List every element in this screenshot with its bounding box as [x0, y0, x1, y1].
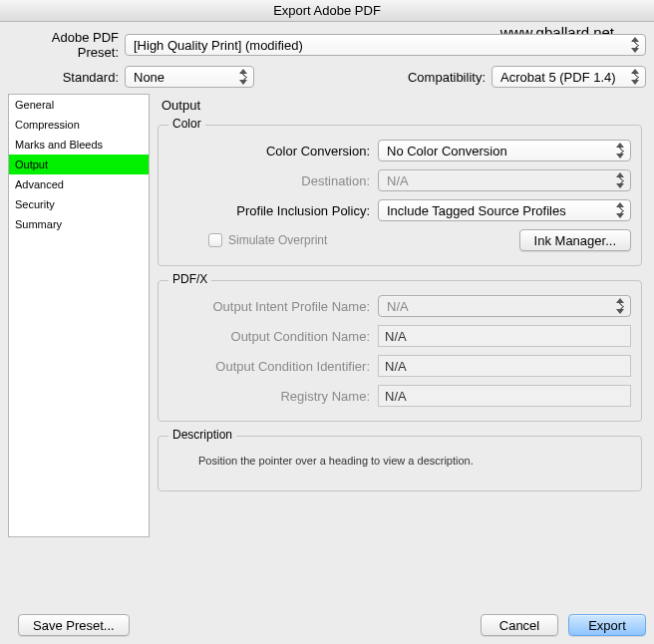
- simulate-overprint-checkbox: Simulate Overprint: [208, 233, 327, 247]
- cancel-label: Cancel: [499, 618, 539, 633]
- save-preset-label: Save Preset...: [33, 618, 115, 633]
- output-condition-id-label: Output Condition Identifier:: [168, 359, 378, 374]
- destination-label: Destination:: [168, 173, 378, 188]
- pdfx-legend: PDF/X: [168, 272, 211, 286]
- destination-select: N/A: [378, 169, 631, 191]
- preset-select[interactable]: [High Quality Print] (modified): [125, 34, 646, 56]
- stepper-icon: [614, 298, 626, 314]
- sidebar-item-output[interactable]: Output: [9, 155, 149, 174]
- color-conversion-value: No Color Conversion: [387, 144, 507, 159]
- output-intent-value: N/A: [387, 299, 409, 314]
- sidebar-item-summary[interactable]: Summary: [9, 214, 149, 234]
- sidebar-item-label: Output: [15, 159, 48, 170]
- compatibility-label: Compatibility:: [408, 70, 491, 85]
- stepper-icon: [614, 172, 626, 188]
- output-condition-name-value: N/A: [385, 329, 407, 344]
- registry-name-value: N/A: [385, 389, 407, 404]
- color-conversion-label: Color Conversion:: [168, 144, 378, 159]
- simulate-overprint-label: Simulate Overprint: [228, 233, 327, 247]
- cancel-button[interactable]: Cancel: [481, 614, 558, 636]
- stepper-icon: [614, 202, 626, 218]
- sidebar-item-label: Security: [15, 198, 55, 210]
- profile-inclusion-label: Profile Inclusion Policy:: [168, 203, 378, 218]
- sidebar-item-label: General: [15, 99, 54, 111]
- color-conversion-select[interactable]: No Color Conversion: [378, 140, 631, 161]
- description-legend: Description: [168, 428, 236, 442]
- checkbox-icon: [208, 233, 222, 247]
- compatibility-select[interactable]: Acrobat 5 (PDF 1.4): [491, 66, 646, 88]
- sidebar-item-label: Advanced: [15, 178, 64, 190]
- destination-value: N/A: [387, 173, 409, 188]
- standard-value: None: [134, 70, 164, 85]
- category-sidebar: General Compression Marks and Bleeds Out…: [8, 94, 150, 537]
- sidebar-item-marks-bleeds[interactable]: Marks and Bleeds: [9, 135, 149, 155]
- dialog-footer: Save Preset... Cancel Export: [8, 614, 646, 636]
- standard-select[interactable]: None: [125, 66, 254, 88]
- output-intent-select: N/A: [378, 295, 631, 317]
- output-intent-label: Output Intent Profile Name:: [168, 299, 378, 314]
- sidebar-item-label: Marks and Bleeds: [15, 139, 103, 151]
- registry-name-field: N/A: [378, 385, 631, 407]
- stepper-icon: [614, 143, 626, 159]
- description-text: Position the pointer over a heading to v…: [168, 451, 631, 484]
- standard-label: Standard:: [8, 70, 125, 85]
- stepper-icon: [237, 69, 249, 85]
- title-bar: Export Adobe PDF: [0, 0, 654, 22]
- preset-value: [High Quality Print] (modified): [134, 38, 303, 53]
- pdfx-fieldset: PDF/X Output Intent Profile Name: N/A Ou…: [158, 280, 642, 422]
- profile-inclusion-select[interactable]: Include Tagged Source Profiles: [378, 199, 631, 221]
- sidebar-item-security[interactable]: Security: [9, 194, 149, 214]
- output-condition-name-field: N/A: [378, 325, 631, 347]
- sidebar-item-compression[interactable]: Compression: [9, 115, 149, 135]
- preset-label: Adobe PDF Preset:: [8, 30, 125, 60]
- description-fieldset: Description Position the pointer over a …: [158, 436, 642, 491]
- registry-name-label: Registry Name:: [168, 389, 378, 404]
- compatibility-value: Acrobat 5 (PDF 1.4): [500, 70, 616, 85]
- panel-title: Output: [162, 98, 642, 113]
- output-condition-id-value: N/A: [385, 359, 407, 374]
- sidebar-item-general[interactable]: General: [9, 95, 149, 115]
- stepper-icon: [629, 69, 641, 85]
- window-title: Export Adobe PDF: [273, 3, 381, 18]
- save-preset-button[interactable]: Save Preset...: [18, 614, 130, 636]
- sidebar-item-label: Summary: [15, 218, 62, 230]
- export-button[interactable]: Export: [568, 614, 646, 636]
- stepper-icon: [629, 37, 641, 53]
- output-condition-id-field: N/A: [378, 355, 631, 377]
- color-legend: Color: [168, 117, 205, 131]
- sidebar-item-label: Compression: [15, 119, 80, 131]
- output-condition-name-label: Output Condition Name:: [168, 329, 378, 344]
- color-fieldset: Color Color Conversion: No Color Convers…: [158, 125, 642, 266]
- ink-manager-button[interactable]: Ink Manager...: [519, 229, 631, 251]
- ink-manager-label: Ink Manager...: [534, 233, 616, 248]
- profile-inclusion-value: Include Tagged Source Profiles: [387, 203, 566, 218]
- export-label: Export: [588, 618, 626, 633]
- sidebar-item-advanced[interactable]: Advanced: [9, 174, 149, 194]
